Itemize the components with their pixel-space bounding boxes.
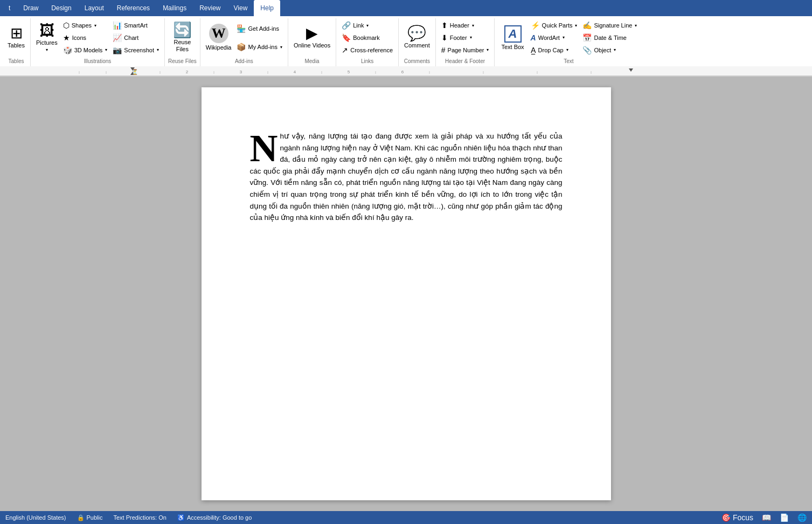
ribbon-container: t Draw Design Layout References Mailings… — [0, 0, 812, 77]
tab-review[interactable]: Review — [193, 0, 227, 16]
3d-models-button[interactable]: 🎲 3D Models ▾ — [61, 45, 110, 56]
quick-parts-dropdown: ▾ — [575, 23, 577, 28]
ruler: 1 2 3 4 5 6 ⏳ — [0, 66, 812, 76]
text-box-button[interactable]: A Text Box — [498, 19, 527, 56]
my-addins-label: My Add-ins — [248, 44, 277, 50]
svg-text:6: 6 — [401, 70, 404, 74]
sig-line-dropdown: ▾ — [635, 23, 637, 28]
group-addins-label: Add-ins — [204, 57, 284, 65]
reuse-files-label: ReuseFiles — [173, 39, 191, 53]
get-addins-label: Get Add-ins — [248, 25, 279, 32]
group-media-content: ▶ Online Videos — [292, 19, 332, 57]
tab-draw[interactable]: Draw — [17, 0, 45, 16]
shapes-button[interactable]: ⬡ Shapes ▾ — [61, 20, 110, 31]
group-illustrations: 🖼 Pictures ▾ ⬡ Shapes ▾ ★ Icons — [31, 18, 165, 66]
document-area: Như vậy, năng lượng tái tạo đang được xe… — [0, 77, 812, 511]
shapes-icon: ⬡ — [63, 21, 70, 30]
cross-reference-button[interactable]: ↗ Cross-reference — [339, 45, 395, 56]
tab-mailings[interactable]: Mailings — [156, 0, 193, 16]
group-hf-content: ⬆ Header ▾ ⬇ Footer ▾ # Page Number ▾ — [439, 19, 491, 57]
quick-parts-label: Quick Parts — [542, 22, 573, 29]
tab-t[interactable]: t — [2, 0, 17, 16]
svg-text:4: 4 — [294, 70, 296, 74]
signature-line-icon: ✍ — [582, 21, 592, 30]
tab-bar: t Draw Design Layout References Mailings… — [0, 0, 812, 16]
group-addins-content: W Wikipedia 🏪 Get Add-ins 📦 My Add-ins ▾ — [204, 19, 284, 57]
screenshot-button[interactable]: 📷 Screenshot ▾ — [110, 45, 161, 56]
tab-references[interactable]: References — [110, 0, 156, 16]
header-dropdown: ▾ — [472, 23, 474, 28]
tab-layout[interactable]: Layout — [78, 0, 110, 16]
header-button[interactable]: ⬆ Header ▾ — [439, 20, 491, 31]
text-far-right-col: ✍ Signature Line ▾ 📅 Date & Time 📎 Objec… — [580, 19, 639, 56]
footer-label: Footer — [450, 35, 467, 41]
object-dropdown: ▾ — [614, 47, 616, 52]
3d-models-label: 3D Models — [74, 47, 103, 53]
comment-button[interactable]: 💬 Comment — [402, 19, 432, 56]
tab-view[interactable]: View — [227, 0, 254, 16]
drop-cap-letter: N — [250, 134, 278, 163]
bookmark-icon: 🔖 — [342, 33, 351, 42]
pictures-dropdown-icon: ▾ — [46, 47, 48, 53]
date-time-button[interactable]: 📅 Date & Time — [580, 32, 639, 43]
link-label: Link — [353, 22, 364, 29]
tables-button[interactable]: ⊞ Tables — [5, 19, 27, 56]
screenshot-dropdown: ▾ — [157, 47, 159, 52]
group-media: ▶ Online Videos Media — [288, 18, 336, 66]
page-number-button[interactable]: # Page Number ▾ — [439, 45, 491, 56]
chart-label: Chart — [124, 35, 138, 41]
icons-button[interactable]: ★ Icons — [61, 32, 110, 43]
group-comments: 💬 Comment Comments — [399, 18, 436, 66]
wikipedia-label: Wikipedia — [206, 44, 232, 51]
group-tables: ⊞ Tables Tables — [2, 18, 31, 66]
chart-icon: 📈 — [113, 33, 122, 42]
chart-button[interactable]: 📈 Chart — [110, 32, 161, 43]
addins-col: 🏪 Get Add-ins 📦 My Add-ins ▾ — [234, 19, 284, 56]
online-videos-label: Online Videos — [294, 42, 330, 49]
bookmark-button[interactable]: 🔖 Bookmark — [339, 32, 395, 43]
group-tables-label: Tables — [5, 57, 27, 65]
group-tables-content: ⊞ Tables — [5, 19, 27, 57]
tab-help[interactable]: Help — [254, 0, 280, 16]
signature-line-button[interactable]: ✍ Signature Line ▾ — [580, 20, 639, 31]
get-addins-button[interactable]: 🏪 Get Add-ins — [234, 23, 284, 34]
text-box-label: Text Box — [501, 44, 524, 50]
group-reuse-files: 🔄 ReuseFiles Reuse Files — [165, 18, 200, 66]
quick-parts-button[interactable]: ⚡ Quick Parts ▾ — [529, 20, 580, 31]
wordart-dropdown: ▾ — [563, 35, 565, 40]
pictures-button[interactable]: 🖼 Pictures ▾ — [34, 19, 60, 56]
my-addins-button[interactable]: 📦 My Add-ins ▾ — [234, 42, 284, 52]
svg-text:2: 2 — [186, 70, 189, 74]
3d-dropdown: ▾ — [105, 47, 107, 52]
page-number-dropdown: ▾ — [487, 47, 489, 52]
smartart-button[interactable]: 📊 SmartArt — [110, 20, 161, 31]
footer-button[interactable]: ⬇ Footer ▾ — [439, 32, 491, 43]
object-button[interactable]: 📎 Object ▾ — [580, 45, 639, 56]
group-illustrations-content: 🖼 Pictures ▾ ⬡ Shapes ▾ ★ Icons — [34, 19, 161, 57]
online-videos-button[interactable]: ▶ Online Videos — [292, 19, 332, 56]
footer-icon: ⬇ — [441, 33, 448, 42]
reuse-files-icon: 🔄 — [173, 23, 192, 38]
group-text-content: A Text Box ⚡ Quick Parts ▾ A WordArt ▾ — [498, 19, 639, 57]
tables-label: Tables — [8, 42, 25, 49]
screenshot-icon: 📷 — [113, 46, 122, 54]
screenshot-label: Screenshot — [124, 47, 154, 53]
object-icon: 📎 — [582, 46, 592, 54]
text-box-icon: A — [504, 25, 522, 43]
icons-label: Icons — [72, 35, 86, 41]
document-page: Như vậy, năng lượng tái tạo đang được xe… — [202, 87, 611, 500]
group-hf-label: Header & Footer — [439, 57, 491, 65]
drop-cap-dropdown: ▾ — [566, 47, 568, 52]
document-text: hư vậy, năng lượng tái tạo đang được xem… — [250, 132, 563, 222]
wikipedia-button[interactable]: W Wikipedia — [204, 19, 234, 56]
tab-design[interactable]: Design — [45, 0, 78, 16]
header-label: Header — [450, 22, 469, 29]
drop-cap-label: Drop Cap — [538, 47, 564, 53]
drop-cap-icon: A̲ — [531, 46, 536, 54]
svg-text:⏳: ⏳ — [131, 68, 138, 75]
link-button[interactable]: 🔗 Link ▾ — [339, 20, 395, 31]
pictures-label: Pictures — [36, 39, 58, 46]
drop-cap-button[interactable]: A̲ Drop Cap ▾ — [529, 45, 580, 56]
reuse-files-button[interactable]: 🔄 ReuseFiles — [171, 19, 194, 56]
wordart-button[interactable]: A WordArt ▾ — [529, 32, 580, 43]
